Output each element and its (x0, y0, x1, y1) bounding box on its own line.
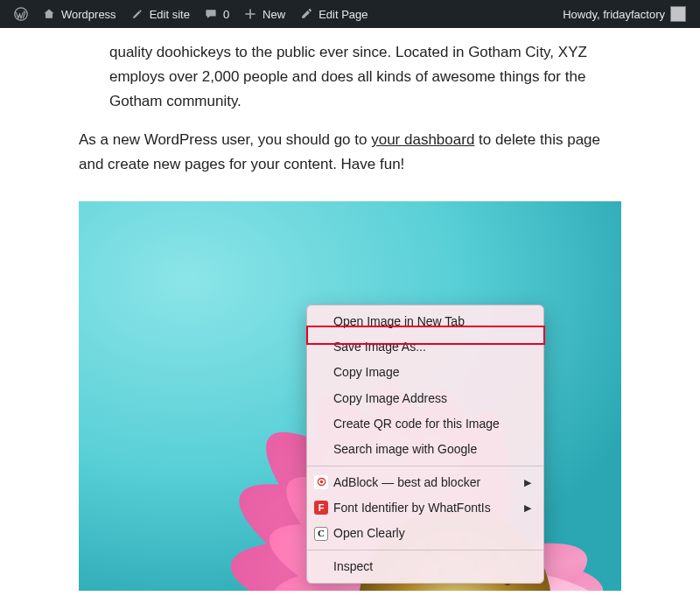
edit-page-label: Edit Page (318, 8, 368, 21)
ctx-separator-2 (307, 550, 543, 550)
comments-link[interactable]: 0 (197, 0, 236, 28)
wp-admin-bar: Wordpress Edit site 0 New Edit Page Howd… (0, 0, 700, 28)
edit-page-link[interactable]: Edit Page (292, 0, 374, 28)
whatfont-icon: F (314, 501, 328, 515)
ctx-ext-clearly[interactable]: C Open Clearly (307, 521, 543, 546)
user-avatar-icon (670, 6, 686, 22)
comment-icon (204, 7, 218, 21)
ctx-open-image-new-tab[interactable]: Open Image in New Tab (307, 309, 543, 334)
brush-icon (130, 7, 144, 21)
pencil-icon (299, 7, 313, 21)
para2-before: As a new WordPress user, you should go t… (79, 131, 371, 148)
edit-site-link[interactable]: Edit site (123, 0, 197, 28)
user-account-link[interactable]: Howdy, fridayfactory (556, 0, 693, 28)
submenu-arrow-icon: ▶ (524, 500, 531, 515)
ctx-create-qr-code[interactable]: Create QR code for this Image (307, 411, 543, 437)
edit-site-label: Edit site (150, 8, 190, 21)
ctx-ext-clearly-label: Open Clearly (333, 523, 405, 543)
ctx-search-image-google-label: Search image with Google (333, 439, 477, 459)
context-menu: Open Image in New Tab Save Image As... C… (306, 305, 544, 584)
ctx-ext-whatfont-label: Font Identifier by WhatFontIs (333, 498, 491, 518)
featured-image[interactable]: Open Image in New Tab Save Image As... C… (79, 201, 621, 591)
ctx-ext-adblock-label: AdBlock — best ad blocker (333, 473, 480, 493)
ctx-inspect-label: Inspect (333, 557, 373, 577)
dashboard-link[interactable]: your dashboard (371, 131, 474, 148)
ctx-ext-adblock[interactable]: ⦿ AdBlock — best ad blocker ▶ (307, 470, 543, 495)
body-paragraph-1: quality doohickeys to the public ever si… (79, 40, 621, 114)
ctx-save-image-as-label: Save Image As... (333, 337, 426, 357)
wp-logo-menu[interactable] (7, 0, 35, 28)
ctx-ext-whatfont[interactable]: F Font Identifier by WhatFontIs ▶ (307, 495, 543, 521)
adblock-icon: ⦿ (314, 475, 328, 489)
comment-count: 0 (223, 8, 229, 21)
new-label: New (262, 8, 285, 21)
ctx-open-image-new-tab-label: Open Image in New Tab (333, 312, 465, 332)
plus-icon (243, 7, 257, 21)
site-name-link[interactable]: Wordpress (35, 0, 123, 28)
ctx-copy-image-label: Copy Image (333, 362, 399, 382)
ctx-inspect[interactable]: Inspect (307, 554, 543, 579)
home-icon (42, 7, 56, 21)
site-name-label: Wordpress (61, 8, 116, 21)
ctx-copy-image-address[interactable]: Copy Image Address (307, 386, 543, 411)
ctx-save-image-as[interactable]: Save Image As... (307, 334, 543, 360)
submenu-arrow-icon: ▶ (524, 474, 531, 490)
new-content-link[interactable]: New (236, 0, 292, 28)
wordpress-logo-icon (14, 7, 28, 21)
ctx-search-image-google[interactable]: Search image with Google (307, 437, 543, 462)
ctx-copy-image[interactable]: Copy Image (307, 360, 543, 385)
greeting-label: Howdy, fridayfactory (563, 8, 665, 21)
page-content: quality doohickeys to the public ever si… (0, 40, 700, 610)
clearly-icon: C (314, 527, 328, 541)
ctx-copy-image-address-label: Copy Image Address (333, 389, 447, 409)
ctx-separator-1 (307, 466, 543, 466)
body-paragraph-2: As a new WordPress user, you should go t… (79, 128, 621, 177)
ctx-create-qr-code-label: Create QR code for this Image (333, 414, 500, 434)
